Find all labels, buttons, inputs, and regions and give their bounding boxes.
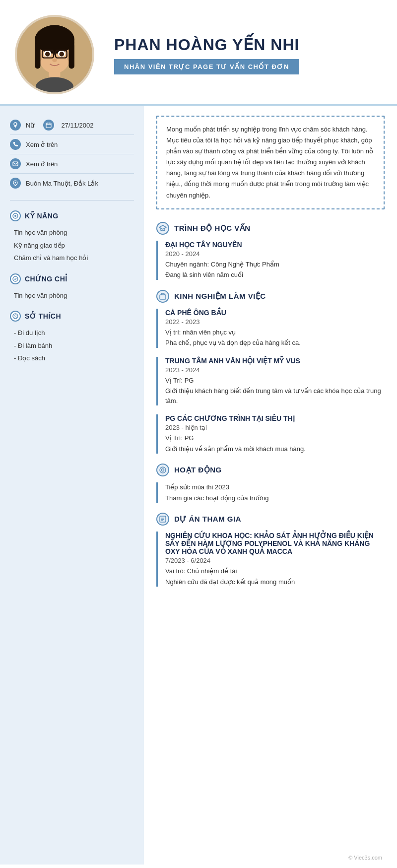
phone-item: Xem ở trên [10,135,134,154]
exp-org-2: PG CÁC CHƯƠNG TRÌNH TẠI SIÊU THỊ [165,414,385,422]
svg-rect-16 [35,43,40,68]
exp-desc-1: Giới thiệu khách hàng biết đến trung tâm… [165,386,385,405]
exp-org-1: TRUNG TÂM ANH VĂN HỘI VIỆT MỸ VUS [165,357,385,365]
projects-icon [156,513,169,526]
exp-date-1: 2023 - 2024 [165,366,385,374]
svg-point-3 [35,25,74,54]
activities-icon [156,464,169,476]
exp-pos-1: Vị Trí: PG [165,376,385,386]
experience-title: KINH NGHIỆM LÀM VIỆC [174,292,266,301]
activities-section-header: HOẠT ĐỘNG [156,464,385,476]
svg-point-26 [15,182,16,184]
projects-title: DỰ ÁN THAM GIA [174,515,241,524]
header: PHAN HOÀNG YẾN NHI NHÂN VIÊN TRỰC PAGE T… [0,0,397,106]
exp-item-2: PG CÁC CHƯƠNG TRÌNH TẠI SIÊU THỊ 2023 - … [156,414,385,454]
skills-title: KỸ NĂNG [25,212,59,220]
email-item: Xem ở trên [10,154,134,174]
exp-item-1: TRUNG TÂM ANH VĂN HỘI VIỆT MỸ VUS 2023 -… [156,357,385,406]
header-info: PHAN HOÀNG YẾN NHI NHÂN VIÊN TRỰC PAGE T… [114,35,382,74]
hobbies-title: SỞ THÍCH [25,312,61,320]
experience-icon [156,290,169,303]
sidebar: Nữ 27/11/2002 Xem ở trên Xem ở trên [0,106,144,865]
email-label: Xem ở trên [26,160,58,168]
exp-desc-2: Giới thiệu về sản phẩm và mời khách mua … [165,444,385,454]
edu-date-0: 2020 - 2024 [165,250,385,258]
watermark: © Viec3s.com [348,852,390,863]
edu-item-0: ĐẠI HỌC TÂY NGUYÊN 2020 - 2024 Chuyên ng… [156,241,385,280]
svg-point-28 [14,215,16,217]
exp-desc-0: Pha chế, phục vụ và dọn dẹp của hàng kết… [165,338,385,348]
cert-icon [10,273,21,284]
activity-item-1: Tham gia các hoạt động của trường [165,493,385,503]
proj-role-0: Vai trò: Chủ nhiệm đề tài [165,566,385,576]
cert-list: Tin học văn phòng [10,289,134,302]
edu-org-0: ĐẠI HỌC TÂY NGUYÊN [165,241,385,249]
education-section-header: TRÌNH ĐỘ HỌC VẤN [156,222,385,235]
project-item-0: NGHIÊN CỨU KHOA HỌC: KHẢO SÁT ẢNH HƯỞNG … [156,532,385,587]
hobby-item-1: - Đi làm bánh [10,339,134,352]
svg-rect-32 [160,295,166,299]
phone-icon [10,139,21,150]
gender-item: Nữ 27/11/2002 [10,116,134,135]
main-layout: Nữ 27/11/2002 Xem ở trên Xem ở trên [0,106,397,865]
svg-point-33 [160,467,166,473]
cert-section-header: CHỨNG CHỈ [10,273,134,284]
email-icon [10,158,21,169]
exp-pos-2: Vị Trí: PG [165,433,385,443]
skill-item-0: Tin học văn phòng [10,226,134,239]
hobbies-section-header: SỞ THÍCH [10,311,134,322]
exp-pos-0: Vị trí: nhân viên phục vụ [165,328,385,337]
address-label: Buôn Ma Thuột, Đắk Lắk [26,180,98,187]
gender-label: Nữ [26,122,34,129]
address-icon [10,178,21,189]
objective-box: Mong muốn phát triển sự nghiệp trong lĩn… [156,116,385,209]
svg-rect-17 [69,43,74,68]
svg-point-34 [162,469,164,471]
experience-section-header: KINH NGHIỆM LÀM VIỆC [156,290,385,303]
proj-date-0: 7/2023 - 6/2024 [165,557,385,564]
gender-icon [10,120,21,131]
edu-major-0: Chuyên ngành: Công Nghệ Thực Phẩm [165,260,385,269]
phone-label: Xem ở trên [26,141,58,148]
svg-rect-21 [46,123,51,128]
candidate-name: PHAN HOÀNG YẾN NHI [114,35,382,54]
svg-point-8 [45,52,50,57]
svg-rect-25 [13,162,18,166]
cert-item-0: Tin học văn phòng [10,289,134,302]
proj-org-0: NGHIÊN CỨU KHOA HỌC: KHẢO SÁT ẢNH HƯỞNG … [165,532,385,555]
exp-item-0: CÀ PHÊ ÔNG BẦU 2022 - 2023 Vị trí: nhân … [156,309,385,348]
activities-title: HOẠT ĐỘNG [174,466,222,474]
content: Mong muốn phát triển sự nghiệp trong lĩn… [144,106,397,865]
dob-icon [43,120,54,131]
cert-title: CHỨNG CHỈ [25,275,67,283]
skill-item-2: Chăm chỉ và ham học hỏi [10,252,134,265]
svg-point-18 [14,123,17,126]
hobby-item-0: - Đi du lịch [10,327,134,339]
edu-note-0: Đang là sinh viên năm cuối [165,270,385,280]
contact-section: Nữ 27/11/2002 Xem ở trên Xem ở trên [10,116,134,200]
job-title: NHÂN VIÊN TRỰC PAGE TƯ VẤN CHỐT ĐƠN [114,59,299,74]
skills-icon [10,210,21,221]
projects-section-header: DỰ ÁN THAM GIA [156,513,385,526]
hobbies-icon [10,311,21,322]
dob-label: 27/11/2002 [61,122,93,129]
svg-point-13 [52,59,57,63]
address-item: Buôn Ma Thuột, Đắk Lắk [10,174,134,193]
activities-list: Tiếp sức mùa thi 2023 Tham gia các hoạt … [156,482,385,503]
avatar [15,15,94,94]
hobby-item-2: - Đọc sách [10,352,134,365]
education-icon [156,222,169,235]
proj-result-0: Nghiên cứu đã đạt được kết quả mong muốn [165,577,385,587]
skills-list: Tin học văn phòng Kỹ năng giao tiếp Chăm… [10,226,134,265]
skills-section-header: KỸ NĂNG [10,210,134,221]
skill-item-1: Kỹ năng giao tiếp [10,239,134,252]
exp-org-0: CÀ PHÊ ÔNG BẦU [165,309,385,317]
svg-point-31 [15,315,16,316]
education-title: TRÌNH ĐỘ HỌC VẤN [174,224,251,233]
activity-item-0: Tiếp sức mùa thi 2023 [165,482,385,492]
objective-text: Mong muốn phát triển sự nghiệp trong lĩn… [166,126,373,199]
svg-point-9 [60,52,65,57]
exp-date-0: 2022 - 2023 [165,318,385,326]
exp-date-2: 2023 - hiện tại [165,424,385,431]
hobbies-list: - Đi du lịch - Đi làm bánh - Đọc sách [10,327,134,365]
